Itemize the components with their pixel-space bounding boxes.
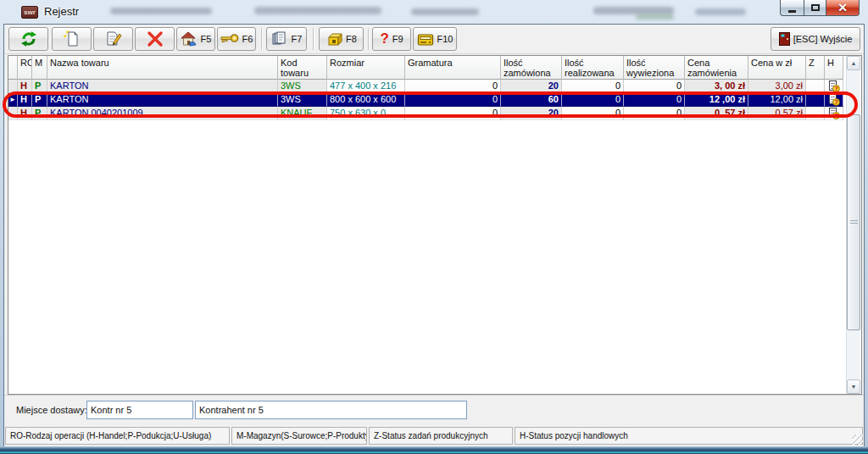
cell-ilosc-zamowiona: 20 <box>501 80 562 93</box>
cell-z <box>806 107 825 120</box>
header-h[interactable]: H <box>825 56 843 80</box>
refresh-icon <box>20 30 37 47</box>
cell-cena-zamowienia: 12 ,00 zł <box>685 93 748 107</box>
cell-ilosc-realizowana: 0 <box>562 107 624 120</box>
delivery-place-input[interactable] <box>86 401 193 419</box>
cell-rozmiar: 750 x 630 x 0 <box>327 107 405 120</box>
close-icon: ✕ <box>837 2 848 14</box>
delete-button[interactable] <box>135 27 175 51</box>
header-indicator <box>8 56 18 80</box>
header-ro[interactable]: RO <box>18 56 32 80</box>
cell-ro: H <box>18 107 32 120</box>
table-row[interactable]: H P KARTON 3WS 477 x 400 x 216 0 20 0 0 … <box>8 80 843 93</box>
header-kod-towaru[interactable]: Kod towaru <box>278 56 327 80</box>
delete-icon <box>147 30 164 47</box>
header-nazwa-towaru[interactable]: Nazwa towaru <box>47 56 278 80</box>
cell-ilosc-realizowana: 0 <box>562 80 624 93</box>
header-ilosc-zamowiona[interactable]: Ilość zamówiona <box>501 56 562 80</box>
new-document-icon <box>64 30 81 47</box>
cell-rozmiar: 477 x 400 x 216 <box>327 80 405 93</box>
f5-label: F5 <box>201 34 212 44</box>
home-f5-button[interactable]: F5 <box>176 27 215 51</box>
cell-gramatura: 0 <box>405 80 501 93</box>
header-m[interactable]: M <box>32 56 47 80</box>
cash-drawer-icon <box>417 31 434 47</box>
header-gramatura[interactable]: Gramatura <box>405 56 501 80</box>
status-z-legend: Z-Status zadań produkcyjnych <box>369 427 513 445</box>
status-bar: RO-Rodzaj operacji (H-Handel;P-Podukcja;… <box>4 425 864 446</box>
window-title: Rejestr <box>44 5 79 18</box>
cell-ro: H <box>18 80 32 93</box>
cell-rozmiar: 800 x 600 x 600 <box>327 93 405 107</box>
cell-gramatura: 0 <box>405 107 501 120</box>
minimize-button[interactable] <box>780 0 804 16</box>
table-row-selected[interactable]: ► H P KARTON 3WS 800 x 600 x 600 0 60 0 … <box>8 93 843 107</box>
vertical-scrollbar[interactable]: ▲ ▼ <box>846 56 860 394</box>
package-f8-button[interactable]: F8 <box>319 27 364 51</box>
contractor-input[interactable] <box>195 401 467 419</box>
table-header-row: RO M Nazwa towaru Kod towaru Rozmiar Gra… <box>8 56 843 80</box>
f7-label: F7 <box>292 34 303 44</box>
status-ro-legend: RO-Rodzaj operacji (H-Handel;P-Podukcja;… <box>5 427 230 445</box>
glass-smudge <box>695 8 746 15</box>
exit-door-icon <box>779 32 790 46</box>
register-table: RO M Nazwa towaru Kod towaru Rozmiar Gra… <box>8 55 862 395</box>
cell-cena-zamowienia: 3, 00 zł <box>685 80 748 93</box>
maximize-button[interactable] <box>804 0 826 16</box>
scrollbar-thumb[interactable] <box>847 114 860 330</box>
scroll-down-button[interactable]: ▼ <box>847 379 860 394</box>
new-item-button[interactable] <box>52 27 92 51</box>
cell-ilosc-zamowiona: 60 <box>501 93 562 107</box>
scroll-up-button[interactable]: ▲ <box>847 56 860 70</box>
cell-kod: 3WS <box>278 80 327 93</box>
close-button[interactable]: ✕ <box>826 0 860 16</box>
cell-cena-w-zl: 3,00 zł <box>748 80 806 93</box>
edit-item-button[interactable] <box>93 27 133 51</box>
header-ilosc-realizowana[interactable]: Ilość realizowana <box>562 56 624 80</box>
cell-kod: 3WS <box>278 93 327 107</box>
header-z[interactable]: Z <box>806 56 825 80</box>
header-cena-zamowienia[interactable]: Cena zamówienia <box>685 56 748 80</box>
f8-label: F8 <box>346 34 357 44</box>
status-h-legend: H-Status pozycji handlowych <box>515 427 863 445</box>
cell-cena-zamowienia: 0, 57 zł <box>685 107 748 120</box>
edit-document-icon <box>105 30 122 47</box>
cell-h: ? <box>825 107 843 120</box>
refresh-button[interactable] <box>8 27 48 51</box>
header-rozmiar[interactable]: Rozmiar <box>327 56 405 80</box>
toolbar-separator <box>261 28 263 50</box>
header-cena-w-zl[interactable]: Cena w zł <box>748 56 806 80</box>
house-icon <box>181 31 198 47</box>
h-status-icon: ? <box>829 80 839 91</box>
delivery-place-label: Miejsce dostawy: <box>16 405 87 415</box>
row-indicator-cell <box>8 107 18 120</box>
header-ilosc-wywieziona[interactable]: Ilość wywieziona <box>624 56 685 80</box>
exit-button[interactable]: [ESC] Wyjście <box>771 27 860 51</box>
help-f9-button[interactable]: ? F9 <box>372 27 411 51</box>
glass-smudge <box>411 8 479 15</box>
title-bar: swr Rejestr ✕ <box>0 0 868 24</box>
current-row-marker: ► <box>8 93 18 107</box>
resize-grip[interactable] <box>852 435 863 446</box>
cell-nazwa: KARTON 0040201009 <box>47 107 278 120</box>
key-f6-button[interactable]: F6 <box>217 27 256 51</box>
table-row[interactable]: H P KARTON 0040201009 KNAUF 750 x 630 x … <box>8 107 843 120</box>
drawer-f10-button[interactable]: F10 <box>413 27 457 51</box>
toolbar-separator <box>313 28 314 50</box>
cell-ilosc-wywieziona: 0 <box>624 80 685 93</box>
glass-smudge <box>110 8 212 14</box>
package-box-icon <box>326 31 342 47</box>
status-m-legend: M-Magazyn(S-Surowce;P-Produkty) <box>231 427 367 445</box>
cell-m: P <box>32 107 47 120</box>
row-indicator-cell <box>8 80 18 93</box>
cell-gramatura: 0 <box>405 93 501 107</box>
cell-z <box>806 93 825 107</box>
cell-ilosc-wywieziona: 0 <box>624 93 685 107</box>
cell-m: P <box>32 80 47 93</box>
f9-label: F9 <box>392 34 403 44</box>
copy-f7-button[interactable]: F7 <box>266 27 307 51</box>
exit-label: [ESC] Wyjście <box>793 34 853 44</box>
cell-ilosc-wywieziona: 0 <box>624 107 685 120</box>
cell-cena-w-zl: 0,57 zł <box>748 107 806 120</box>
cell-nazwa: KARTON <box>47 80 278 93</box>
